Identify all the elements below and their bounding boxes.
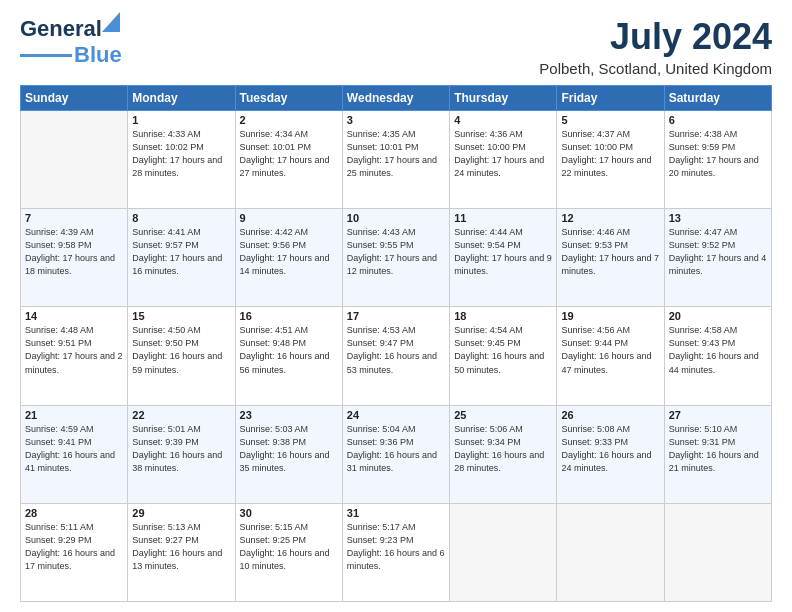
day-info: Sunrise: 4:38 AMSunset: 9:59 PMDaylight:… xyxy=(669,128,767,180)
calendar-week-row: 21Sunrise: 4:59 AMSunset: 9:41 PMDayligh… xyxy=(21,405,772,503)
day-number: 30 xyxy=(240,507,338,519)
calendar-week-row: 7Sunrise: 4:39 AMSunset: 9:58 PMDaylight… xyxy=(21,209,772,307)
day-info: Sunrise: 5:15 AMSunset: 9:25 PMDaylight:… xyxy=(240,521,338,573)
day-info: Sunrise: 5:08 AMSunset: 9:33 PMDaylight:… xyxy=(561,423,659,475)
day-number: 9 xyxy=(240,212,338,224)
table-row: 17Sunrise: 4:53 AMSunset: 9:47 PMDayligh… xyxy=(342,307,449,405)
table-row: 24Sunrise: 5:04 AMSunset: 9:36 PMDayligh… xyxy=(342,405,449,503)
day-info: Sunrise: 4:48 AMSunset: 9:51 PMDaylight:… xyxy=(25,324,123,376)
day-info: Sunrise: 4:56 AMSunset: 9:44 PMDaylight:… xyxy=(561,324,659,376)
day-info: Sunrise: 5:03 AMSunset: 9:38 PMDaylight:… xyxy=(240,423,338,475)
table-row: 16Sunrise: 4:51 AMSunset: 9:48 PMDayligh… xyxy=(235,307,342,405)
calendar-week-row: 14Sunrise: 4:48 AMSunset: 9:51 PMDayligh… xyxy=(21,307,772,405)
day-number: 17 xyxy=(347,310,445,322)
day-number: 21 xyxy=(25,409,123,421)
day-number: 25 xyxy=(454,409,552,421)
col-tuesday: Tuesday xyxy=(235,86,342,111)
table-row: 4Sunrise: 4:36 AMSunset: 10:00 PMDayligh… xyxy=(450,111,557,209)
day-number: 26 xyxy=(561,409,659,421)
table-row: 11Sunrise: 4:44 AMSunset: 9:54 PMDayligh… xyxy=(450,209,557,307)
logo-general: General xyxy=(20,16,102,41)
col-sunday: Sunday xyxy=(21,86,128,111)
day-info: Sunrise: 4:43 AMSunset: 9:55 PMDaylight:… xyxy=(347,226,445,278)
day-number: 18 xyxy=(454,310,552,322)
day-info: Sunrise: 5:11 AMSunset: 9:29 PMDaylight:… xyxy=(25,521,123,573)
table-row: 8Sunrise: 4:41 AMSunset: 9:57 PMDaylight… xyxy=(128,209,235,307)
table-row: 18Sunrise: 4:54 AMSunset: 9:45 PMDayligh… xyxy=(450,307,557,405)
day-info: Sunrise: 4:39 AMSunset: 9:58 PMDaylight:… xyxy=(25,226,123,278)
col-monday: Monday xyxy=(128,86,235,111)
table-row: 28Sunrise: 5:11 AMSunset: 9:29 PMDayligh… xyxy=(21,503,128,601)
day-number: 10 xyxy=(347,212,445,224)
day-number: 14 xyxy=(25,310,123,322)
table-row: 14Sunrise: 4:48 AMSunset: 9:51 PMDayligh… xyxy=(21,307,128,405)
calendar-table: Sunday Monday Tuesday Wednesday Thursday… xyxy=(20,85,772,602)
day-info: Sunrise: 4:54 AMSunset: 9:45 PMDaylight:… xyxy=(454,324,552,376)
location: Polbeth, Scotland, United Kingdom xyxy=(539,60,772,77)
day-info: Sunrise: 5:10 AMSunset: 9:31 PMDaylight:… xyxy=(669,423,767,475)
day-info: Sunrise: 5:06 AMSunset: 9:34 PMDaylight:… xyxy=(454,423,552,475)
day-info: Sunrise: 4:59 AMSunset: 9:41 PMDaylight:… xyxy=(25,423,123,475)
day-number: 29 xyxy=(132,507,230,519)
day-number: 11 xyxy=(454,212,552,224)
col-thursday: Thursday xyxy=(450,86,557,111)
table-row: 21Sunrise: 4:59 AMSunset: 9:41 PMDayligh… xyxy=(21,405,128,503)
day-info: Sunrise: 4:46 AMSunset: 9:53 PMDaylight:… xyxy=(561,226,659,278)
logo-line xyxy=(20,54,72,57)
month-title: July 2024 xyxy=(539,16,772,58)
calendar-header-row: Sunday Monday Tuesday Wednesday Thursday… xyxy=(21,86,772,111)
table-row: 3Sunrise: 4:35 AMSunset: 10:01 PMDayligh… xyxy=(342,111,449,209)
table-row: 29Sunrise: 5:13 AMSunset: 9:27 PMDayligh… xyxy=(128,503,235,601)
day-info: Sunrise: 4:34 AMSunset: 10:01 PMDaylight… xyxy=(240,128,338,180)
table-row: 30Sunrise: 5:15 AMSunset: 9:25 PMDayligh… xyxy=(235,503,342,601)
day-number: 13 xyxy=(669,212,767,224)
day-info: Sunrise: 4:58 AMSunset: 9:43 PMDaylight:… xyxy=(669,324,767,376)
table-row: 5Sunrise: 4:37 AMSunset: 10:00 PMDayligh… xyxy=(557,111,664,209)
table-row: 12Sunrise: 4:46 AMSunset: 9:53 PMDayligh… xyxy=(557,209,664,307)
table-row: 22Sunrise: 5:01 AMSunset: 9:39 PMDayligh… xyxy=(128,405,235,503)
table-row xyxy=(664,503,771,601)
calendar-week-row: 1Sunrise: 4:33 AMSunset: 10:02 PMDayligh… xyxy=(21,111,772,209)
day-info: Sunrise: 4:47 AMSunset: 9:52 PMDaylight:… xyxy=(669,226,767,278)
day-number: 1 xyxy=(132,114,230,126)
day-info: Sunrise: 5:01 AMSunset: 9:39 PMDaylight:… xyxy=(132,423,230,475)
table-row xyxy=(21,111,128,209)
day-number: 8 xyxy=(132,212,230,224)
svg-marker-0 xyxy=(102,12,120,32)
day-number: 27 xyxy=(669,409,767,421)
day-number: 24 xyxy=(347,409,445,421)
page: General Blue July 2024 Polbeth, Scotland… xyxy=(0,0,792,612)
table-row: 7Sunrise: 4:39 AMSunset: 9:58 PMDaylight… xyxy=(21,209,128,307)
table-row: 26Sunrise: 5:08 AMSunset: 9:33 PMDayligh… xyxy=(557,405,664,503)
table-row: 9Sunrise: 4:42 AMSunset: 9:56 PMDaylight… xyxy=(235,209,342,307)
day-info: Sunrise: 4:44 AMSunset: 9:54 PMDaylight:… xyxy=(454,226,552,278)
day-number: 23 xyxy=(240,409,338,421)
calendar-week-row: 28Sunrise: 5:11 AMSunset: 9:29 PMDayligh… xyxy=(21,503,772,601)
logo: General Blue xyxy=(20,16,122,68)
day-info: Sunrise: 4:33 AMSunset: 10:02 PMDaylight… xyxy=(132,128,230,180)
table-row: 2Sunrise: 4:34 AMSunset: 10:01 PMDayligh… xyxy=(235,111,342,209)
day-info: Sunrise: 4:36 AMSunset: 10:00 PMDaylight… xyxy=(454,128,552,180)
table-row: 15Sunrise: 4:50 AMSunset: 9:50 PMDayligh… xyxy=(128,307,235,405)
day-number: 12 xyxy=(561,212,659,224)
day-number: 4 xyxy=(454,114,552,126)
day-number: 15 xyxy=(132,310,230,322)
day-info: Sunrise: 4:50 AMSunset: 9:50 PMDaylight:… xyxy=(132,324,230,376)
header: General Blue July 2024 Polbeth, Scotland… xyxy=(20,16,772,77)
table-row: 31Sunrise: 5:17 AMSunset: 9:23 PMDayligh… xyxy=(342,503,449,601)
table-row: 1Sunrise: 4:33 AMSunset: 10:02 PMDayligh… xyxy=(128,111,235,209)
table-row: 20Sunrise: 4:58 AMSunset: 9:43 PMDayligh… xyxy=(664,307,771,405)
day-info: Sunrise: 5:17 AMSunset: 9:23 PMDaylight:… xyxy=(347,521,445,573)
day-info: Sunrise: 5:13 AMSunset: 9:27 PMDaylight:… xyxy=(132,521,230,573)
table-row: 6Sunrise: 4:38 AMSunset: 9:59 PMDaylight… xyxy=(664,111,771,209)
day-info: Sunrise: 5:04 AMSunset: 9:36 PMDaylight:… xyxy=(347,423,445,475)
col-friday: Friday xyxy=(557,86,664,111)
day-number: 6 xyxy=(669,114,767,126)
day-number: 5 xyxy=(561,114,659,126)
logo-blue: Blue xyxy=(74,42,122,68)
day-info: Sunrise: 4:41 AMSunset: 9:57 PMDaylight:… xyxy=(132,226,230,278)
col-wednesday: Wednesday xyxy=(342,86,449,111)
col-saturday: Saturday xyxy=(664,86,771,111)
table-row xyxy=(557,503,664,601)
day-number: 7 xyxy=(25,212,123,224)
